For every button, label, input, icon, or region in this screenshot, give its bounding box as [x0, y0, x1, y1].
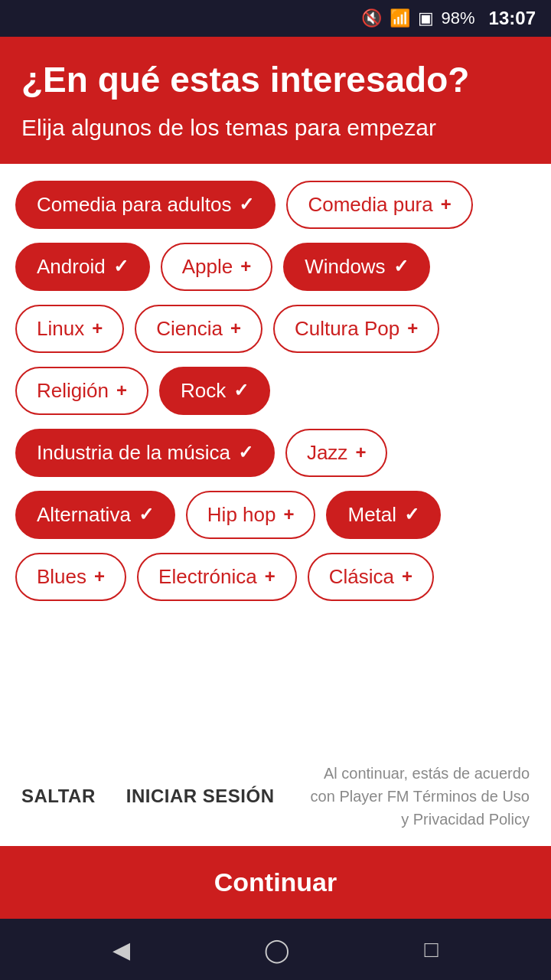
bottom-left-actions: SALTAR INICIAR SESIÓN — [21, 786, 274, 807]
plus-icon: + — [441, 194, 452, 215]
plus-icon: + — [230, 318, 241, 339]
tag-comedia-adultos[interactable]: Comedia para adultos ✓ — [15, 181, 276, 229]
tag-label: Linux — [37, 317, 84, 341]
tag-industria-musica[interactable]: Industria de la música ✓ — [15, 429, 275, 477]
tags-row-7: Blues + Electrónica + Clásica + — [15, 553, 536, 601]
tag-label: Cultura Pop — [295, 317, 399, 341]
tag-label: Alternativa — [37, 503, 131, 527]
tag-label: Hip hop — [207, 503, 276, 527]
bottom-actions: SALTAR INICIAR SESIÓN Al continuar, está… — [0, 746, 551, 846]
plus-icon: + — [265, 566, 276, 587]
tag-label: Jazz — [307, 441, 347, 465]
tag-label: Android — [37, 255, 106, 279]
tag-blues[interactable]: Blues + — [15, 553, 126, 601]
time-display: 13:07 — [489, 8, 536, 29]
plus-icon: + — [283, 504, 294, 525]
back-icon[interactable]: ◀ — [112, 936, 130, 963]
tag-label: Apple — [182, 255, 233, 279]
battery-icon: ▣ — [418, 8, 434, 28]
tag-label: Comedia pura — [308, 193, 432, 217]
tag-linux[interactable]: Linux + — [15, 305, 124, 353]
skip-button[interactable]: SALTAR — [21, 786, 96, 807]
tag-ciencia[interactable]: Ciencia + — [135, 305, 262, 353]
tag-label: Metal — [347, 503, 396, 527]
tag-electronica[interactable]: Electrónica + — [137, 553, 297, 601]
tags-row-1: Comedia para adultos ✓ Comedia pura + — [15, 181, 536, 229]
status-icons: 🔇 📶 ▣ 98% 13:07 — [361, 8, 536, 29]
tags-container: Comedia para adultos ✓ Comedia pura + An… — [0, 164, 551, 746]
tag-jazz[interactable]: Jazz + — [285, 429, 387, 477]
plus-icon: + — [240, 256, 251, 277]
tag-label: Windows — [305, 255, 385, 279]
tag-clasica[interactable]: Clásica + — [308, 553, 434, 601]
check-icon: ✓ — [239, 194, 254, 215]
tag-apple[interactable]: Apple + — [161, 243, 273, 291]
tags-row-6: Alternativa ✓ Hip hop + Metal ✓ — [15, 491, 536, 539]
plus-icon: + — [402, 566, 412, 587]
home-icon[interactable]: ◯ — [264, 936, 290, 963]
plus-icon: + — [94, 566, 105, 587]
battery-percent: 98% — [442, 8, 475, 28]
tag-alternativa[interactable]: Alternativa ✓ — [15, 491, 175, 539]
plus-icon: + — [116, 380, 127, 401]
plus-icon: + — [407, 318, 418, 339]
check-icon: ✓ — [113, 256, 129, 277]
recents-icon[interactable]: □ — [424, 936, 438, 962]
tag-android[interactable]: Android ✓ — [15, 243, 150, 291]
tag-metal[interactable]: Metal ✓ — [326, 491, 441, 539]
tag-windows[interactable]: Windows ✓ — [283, 243, 429, 291]
nav-bar: ◀ ◯ □ — [0, 919, 551, 980]
login-button[interactable]: INICIAR SESIÓN — [126, 786, 275, 807]
check-icon: ✓ — [393, 256, 409, 277]
tag-label: Blues — [37, 565, 86, 589]
tag-comedia-pura[interactable]: Comedia pura + — [286, 181, 472, 229]
tag-label: Religión — [37, 379, 109, 403]
wifi-icon: 📶 — [390, 8, 410, 28]
tags-row-3: Linux + Ciencia + Cultura Pop + — [15, 305, 536, 353]
header: ¿En qué estas interesado? Elija algunos … — [0, 37, 551, 164]
tag-label: Rock — [181, 379, 226, 403]
tag-label: Comedia para adultos — [37, 193, 231, 217]
check-icon: ✓ — [404, 504, 419, 525]
status-bar: 🔇 📶 ▣ 98% 13:07 — [0, 0, 551, 37]
tag-label: Clásica — [329, 565, 394, 589]
plus-icon: + — [92, 318, 103, 339]
tag-hip-hop[interactable]: Hip hop + — [186, 491, 316, 539]
plus-icon: + — [355, 442, 366, 463]
tag-label: Industria de la música — [37, 441, 230, 465]
page-subtitle: Elija algunos de los temas para empezar — [21, 113, 530, 142]
check-icon: ✓ — [139, 504, 154, 525]
tags-row-5: Industria de la música ✓ Jazz + — [15, 429, 536, 477]
tags-row-2: Android ✓ Apple + Windows ✓ — [15, 243, 536, 291]
tag-label: Electrónica — [158, 565, 257, 589]
tag-label: Ciencia — [156, 317, 223, 341]
continue-button[interactable]: Continuar — [0, 846, 551, 919]
terms-text: Al continuar, estás de acuerdo con Playe… — [300, 762, 530, 831]
tag-cultura-pop[interactable]: Cultura Pop + — [273, 305, 439, 353]
tags-row-4: Religión + Rock ✓ — [15, 367, 536, 415]
check-icon: ✓ — [238, 442, 253, 463]
tag-religion[interactable]: Religión + — [15, 367, 148, 415]
check-icon: ✓ — [233, 380, 249, 401]
page-title: ¿En qué estas interesado? — [21, 60, 530, 100]
mute-icon: 🔇 — [361, 8, 382, 28]
tag-rock[interactable]: Rock ✓ — [159, 367, 270, 415]
